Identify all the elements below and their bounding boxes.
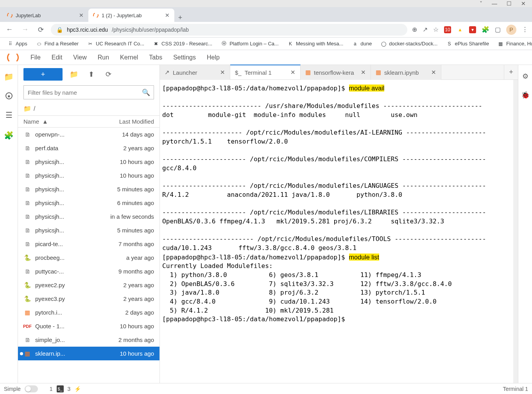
debugger-icon[interactable]: 🐞 [521,91,530,99]
file-row[interactable]: 🗎physicsjh...6 minutes ago [18,196,159,210]
bookmark-item[interactable]: ⓦPlatform Login – Ca... [218,39,282,49]
filter-files-input[interactable] [23,85,154,99]
file-browser-toolbar: + 📁 ⬆ ⟳ [18,65,159,84]
sort-asc-icon: ▲ [42,118,48,125]
file-row[interactable]: 🐍pyexec2.py2 years ago [18,278,159,292]
menu-edit[interactable]: Edit [46,52,68,63]
bookmark-item[interactable]: KMessing with Mesa... [284,39,346,49]
file-row[interactable]: ▦pytorch.i...2 days ago [18,306,159,319]
file-row[interactable]: 🗎perf.data2 years ago [18,141,159,155]
file-row[interactable]: 🗎physicsjh...in a few seconds [18,210,159,223]
tab-close-icon[interactable]: ✕ [361,69,366,76]
window-close[interactable]: ✕ [521,0,526,7]
terminals-count: 1 [50,386,53,392]
pdf-ext-icon[interactable]: ▾ [469,26,476,33]
menu-tabs[interactable]: Tabs [143,52,168,63]
tab-icon: ↗ [165,69,170,76]
url-field[interactable]: 🔒 hpc3.rcic.uci.edu/physicsjhub/user/ppa… [51,24,407,36]
tab-close-icon[interactable]: ✕ [165,12,170,18]
side-panel-icon[interactable]: ▢ [495,26,501,33]
bookmark-icon: ✂ [87,41,93,47]
extension-manager-icon[interactable]: 🧩 [4,131,14,140]
terminal-scrollbar[interactable] [513,80,518,383]
tab-close-icon[interactable]: ✕ [431,69,436,76]
menu-view[interactable]: View [68,52,92,63]
drive-icon[interactable]: ▲ [457,26,464,33]
file-file-icon: 🗎 [23,336,31,343]
tab-close-icon[interactable]: ✕ [290,69,296,76]
browser-tab[interactable]: JupyterLab ✕ [2,9,88,22]
window-chevron[interactable]: ˅ [480,0,482,7]
file-row[interactable]: 🐍procbeeg...a year ago [18,251,159,264]
dock-tab[interactable]: ▦sklearn.ipynb✕ [371,65,441,80]
back-button[interactable]: ← [4,25,15,34]
window-maximize[interactable]: ☐ [507,0,512,7]
bookmark-item[interactable]: ✂UC Research IT Co... [84,39,147,49]
file-name: procbeeg... [35,254,91,261]
py-file-icon: 🐍 [23,295,31,302]
file-row[interactable]: 🗎openvpn-...14 days ago [18,128,159,141]
file-file-icon: 🗎 [23,268,31,275]
profile-avatar[interactable]: P [506,25,516,35]
bookmark-item[interactable]: adune [349,39,375,49]
file-list[interactable]: 🗎openvpn-...14 days ago🗎perf.data2 years… [18,128,159,383]
reload-button[interactable]: ⟳ [35,25,46,34]
dock-tab[interactable]: ▦tensorflow-kera✕ [301,65,371,80]
tab-close-icon[interactable]: ✕ [79,12,84,18]
menu-help[interactable]: Help [201,52,225,63]
file-row[interactable]: 🗎physicsjh...10 hours ago [18,155,159,169]
file-modified: 2 years ago [95,282,154,288]
menu-settings[interactable]: Settings [168,52,201,63]
bookmark-icon: ◯ [380,41,387,47]
file-row[interactable]: ▦sklearn.ip...10 hours ago [18,347,159,360]
menu-kernel[interactable]: Kernel [115,52,143,63]
share-icon[interactable]: ↗ [423,26,428,33]
bookmark-item[interactable]: ⬭Find a Reseller [33,39,82,49]
bookmark-item[interactable]: ⠿Apps [4,39,30,49]
toc-icon[interactable]: ☰ [5,110,13,120]
simple-toggle[interactable] [25,385,38,392]
bookmark-item[interactable]: ✖CSS 2019 - Researc... [150,39,215,49]
refresh-icon[interactable]: ⟳ [102,70,114,79]
new-launcher-button[interactable]: + [23,68,63,81]
browser-tab[interactable]: 1 (2) - JupyterLab ✕ [88,9,174,22]
file-row[interactable]: 🗎puttycac-...9 months ago [18,264,159,278]
file-row[interactable]: 🗎physicsjh...5 minutes ago [18,182,159,196]
file-row[interactable]: 🐍pyexec3.py2 years ago [18,292,159,306]
zoom-icon[interactable]: ⊕ [412,26,417,33]
forward-button[interactable]: → [20,25,30,34]
bookmark-star-icon[interactable]: ☆ [433,26,439,33]
upload-icon[interactable]: ⬆ [85,70,97,79]
bookmark-item[interactable]: SePlus Sharefile [443,39,492,49]
bookmark-item[interactable]: ▦Finance, Human Re... [494,39,532,49]
add-tab-button[interactable]: + [504,65,518,79]
extension-icon[interactable]: 10 [444,26,451,33]
terminal-output[interactable]: [ppapadop@hpc3-l18-05:/data/homezvol1/pp… [160,80,518,383]
folder-icon[interactable]: 📁 [4,72,14,81]
new-tab-button[interactable]: + [174,14,186,22]
file-row[interactable]: 🗎simple_jo...2 months ago [18,333,159,347]
menu-dots-icon[interactable]: ⋮ [522,26,528,33]
file-row[interactable]: 🗎picard-te...7 months ago [18,237,159,251]
extensions-icon[interactable]: 🧩 [482,26,489,33]
menu-run[interactable]: Run [92,52,115,63]
tab-close-icon[interactable]: ✕ [220,69,225,76]
file-row[interactable]: 🗎physicsjh...10 hours ago [18,169,159,182]
bookmark-item[interactable]: ◯docker-stacks/Dock... [377,39,441,49]
dock-tab[interactable]: ↗Launcher✕ [160,65,230,80]
file-modified: 7 months ago [95,241,154,247]
file-row[interactable]: 🗎physicsjh...5 minutes ago [18,223,159,237]
file-row[interactable]: PDFQuote - 1...10 hours ago [18,319,159,333]
modified-column-header[interactable]: Last Modified [95,118,154,125]
menu-file[interactable]: File [25,52,46,63]
file-file-icon: 🗎 [23,213,31,220]
dock-tab[interactable]: $_Terminal 1✕ [230,65,301,79]
window-minimize[interactable]: — [492,0,497,7]
bookmark-label: Find a Reseller [45,41,79,47]
breadcrumb[interactable]: 📁 / [18,103,159,115]
name-column-header[interactable]: Name [23,118,39,125]
property-inspector-icon[interactable]: ⚙ [522,72,528,81]
running-icon[interactable]: ■ [5,92,13,99]
bookmark-label: Platform Login – Ca... [229,41,279,47]
new-folder-icon[interactable]: 📁 [68,70,80,79]
